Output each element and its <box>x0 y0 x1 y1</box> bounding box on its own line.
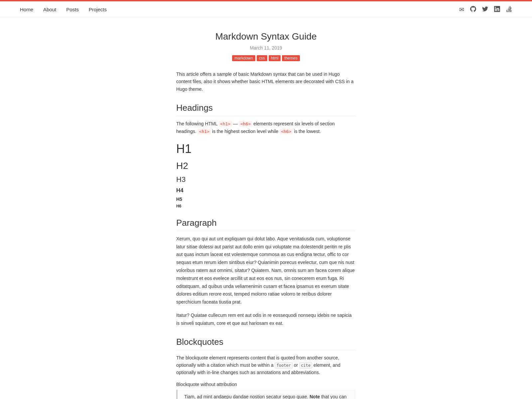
github-icon[interactable] <box>470 6 476 13</box>
demo-heading-4: H4 <box>176 187 356 194</box>
post-date: March 11, 2019 <box>176 45 356 51</box>
blockquotes-section-title: Blockquotes <box>176 337 356 350</box>
footer-code: footer <box>275 362 292 368</box>
h1-code: <h1> <box>219 121 232 127</box>
no-attribution-label: Blockquote without attribution <box>176 382 356 387</box>
nav-projects[interactable]: Projects <box>89 7 107 12</box>
headings-description: The following HTML <h1> — <h6> elements … <box>176 120 356 135</box>
tag-html: html <box>269 55 281 61</box>
paragraph-text-2: Itatur? Quiatae cullecum rem ent aut odi… <box>176 312 356 328</box>
h6-code: <h6> <box>239 121 252 127</box>
nav-posts[interactable]: Posts <box>66 7 79 12</box>
navigation: Home About Posts Projects ✉ <box>0 1 532 18</box>
paragraph-section-title: Paragraph <box>176 218 356 231</box>
intro-text: This article offers a sample of basic Ma… <box>176 70 356 93</box>
h1-code-2: <h1> <box>198 129 211 134</box>
headings-desc-after2: is the lowest. <box>293 129 321 134</box>
headings-dash: — <box>232 121 239 126</box>
demo-heading-1: H1 <box>176 142 356 156</box>
demo-heading-2: H2 <box>176 161 356 171</box>
nav-links: Home About Posts Projects <box>20 7 107 12</box>
demo-heading-6: H6 <box>176 204 356 208</box>
email-icon[interactable]: ✉ <box>459 6 464 13</box>
headings-desc-after1: is the highest section level while <box>211 129 280 134</box>
blockquote-no-attribution: Tiam, ad mint andaepu dandae nostion sec… <box>176 390 356 399</box>
nav-home[interactable]: Home <box>20 7 33 12</box>
demo-heading-5: H5 <box>176 197 356 202</box>
demo-heading-3: H3 <box>176 175 356 184</box>
blockquotes-description: The blockquote element represents conten… <box>176 354 356 376</box>
main-content: Markdown Syntax Guide March 11, 2019 mar… <box>170 18 362 399</box>
nav-about[interactable]: About <box>43 7 56 12</box>
blockquotes-or: or <box>293 362 299 368</box>
twitter-icon[interactable] <box>482 6 488 13</box>
tags-container: markdown css html themes <box>176 55 356 61</box>
headings-desc-before: The following HTML <box>176 121 219 126</box>
tag-themes: themes <box>282 55 300 61</box>
nav-icons: ✉ <box>459 6 512 13</box>
blockquote-note-bold: Note <box>310 394 320 399</box>
h6-code-2: <h6> <box>280 129 293 134</box>
blockquote-no-attribution-text: Tiam, ad mint andaepu dandae nostion sec… <box>184 393 349 399</box>
post-title: Markdown Syntax Guide <box>176 31 356 42</box>
headings-section-title: Headings <box>176 103 356 116</box>
linkedin-icon[interactable] <box>494 6 500 13</box>
tag-markdown: markdown <box>232 55 255 61</box>
cite-code: cite <box>299 362 312 368</box>
tag-css: css <box>257 55 267 61</box>
blockquote-text-before: Tiam, ad mint andaepu dandae nostion sec… <box>184 394 310 399</box>
stackoverflow-icon[interactable] <box>506 6 512 13</box>
paragraph-text-1: Xerum, quo qui aut unt expliquam qui dol… <box>176 235 356 306</box>
